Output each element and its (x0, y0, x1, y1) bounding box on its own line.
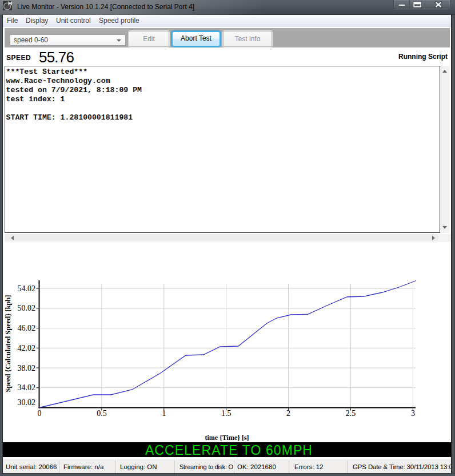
svg-text:50.02: 50.02 (18, 304, 36, 312)
svg-text:1.5: 1.5 (221, 409, 232, 418)
svg-text:2.5: 2.5 (346, 409, 356, 418)
svg-text:46.02: 46.02 (18, 324, 36, 332)
svg-text:30.02: 30.02 (18, 398, 36, 407)
svg-text:42.02: 42.02 (18, 344, 36, 352)
svg-text:2: 2 (286, 409, 290, 418)
svg-text:1: 1 (162, 409, 166, 418)
svg-text:time {Time} [s]: time {Time} [s] (205, 434, 249, 442)
svg-text:54.02: 54.02 (18, 284, 36, 293)
svg-text:0: 0 (38, 409, 42, 418)
svg-text:Speed {Calculated Speed} [kph]: Speed {Calculated Speed} [kph] (4, 295, 12, 392)
svg-text:38.02: 38.02 (18, 364, 36, 372)
svg-text:3: 3 (411, 409, 415, 418)
svg-text:34.02: 34.02 (18, 383, 36, 392)
svg-text:0.5: 0.5 (97, 409, 107, 418)
